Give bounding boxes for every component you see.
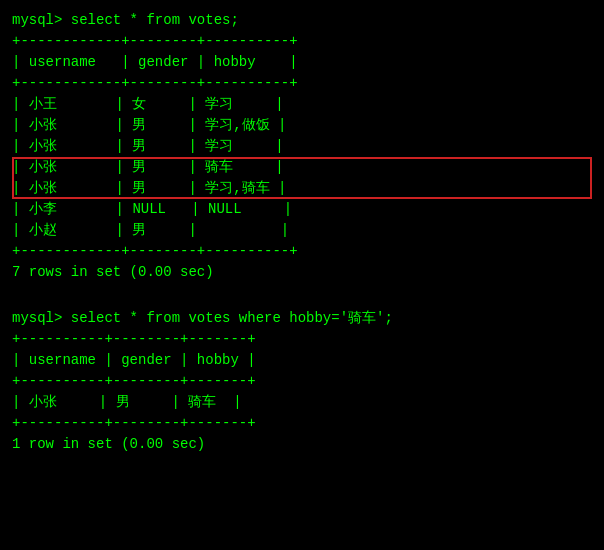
row5-highlighted: | 小张 | 男 | 学习,骑车 | <box>12 178 592 199</box>
blank-line <box>12 287 592 308</box>
query1-text: select * from votes; <box>71 12 239 28</box>
rowcount1: 7 rows in set (0.00 sec) <box>12 262 592 283</box>
prompt-line1: mysql> select * from votes; <box>12 10 592 31</box>
query2-text: select * from votes where hobby='骑车'; <box>71 310 393 326</box>
query1-section: mysql> select * from votes; +-----------… <box>12 10 592 283</box>
prompt-line2: mysql> select * from votes where hobby='… <box>12 308 592 329</box>
query2-section: mysql> select * from votes where hobby='… <box>12 308 592 455</box>
header1: | username | gender | hobby | <box>12 52 592 73</box>
rowcount2: 1 row in set (0.00 sec) <box>12 434 592 455</box>
highlighted-rows-wrapper: | 小张 | 男 | 骑车 | | 小张 | 男 | 学习,骑车 | <box>12 157 592 199</box>
terminal-window: mysql> select * from votes; +-----------… <box>12 10 592 455</box>
sep4: +----------+--------+-------+ <box>12 329 592 350</box>
result-row1: | 小张 | 男 | 骑车 | <box>12 392 592 413</box>
row6: | 小李 | NULL | NULL | <box>12 199 592 220</box>
sep1: +------------+--------+----------+ <box>12 31 592 52</box>
sep5: +----------+--------+-------+ <box>12 371 592 392</box>
row3: | 小张 | 男 | 学习 | <box>12 136 592 157</box>
row2: | 小张 | 男 | 学习,做饭 | <box>12 115 592 136</box>
sep6: +----------+--------+-------+ <box>12 413 592 434</box>
sep2: +------------+--------+----------+ <box>12 73 592 94</box>
header2: | username | gender | hobby | <box>12 350 592 371</box>
row7: | 小赵 | 男 | | <box>12 220 592 241</box>
table1-rows: | 小王 | 女 | 学习 | | 小张 | 男 | 学习,做饭 | | 小张 … <box>12 94 592 241</box>
row4-highlighted: | 小张 | 男 | 骑车 | <box>12 157 592 178</box>
row1: | 小王 | 女 | 学习 | <box>12 94 592 115</box>
sep3: +------------+--------+----------+ <box>12 241 592 262</box>
